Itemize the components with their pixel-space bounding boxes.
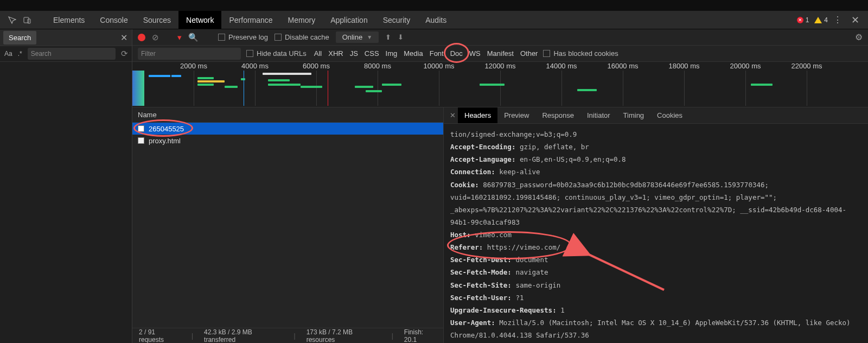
waterfall-tick: 10000 ms	[423, 62, 454, 70]
status-requests: 2 / 91 requests	[139, 328, 181, 344]
tab-audits[interactable]: Audits	[418, 11, 454, 29]
warning-count-badge[interactable]: 4	[814, 16, 828, 24]
file-icon	[138, 125, 144, 132]
network-status-bar: 2 / 91 requests| 42.3 kB / 2.9 MB transf…	[132, 328, 443, 343]
header-sec-fetch-user: Sec-Fetch-User: ?1	[450, 291, 861, 304]
type-js[interactable]: JS	[350, 49, 358, 58]
header-cookie: Cookie: 86879783_password=0b02a3aa9c6b12…	[450, 179, 861, 229]
search-toggle-icon[interactable]: 🔍	[188, 33, 199, 42]
chevron-down-icon: ▼	[367, 34, 372, 40]
close-devtools-icon[interactable]: ✕	[848, 14, 863, 26]
settings-icon[interactable]: ⚙	[855, 32, 863, 42]
inspect-icon[interactable]	[4, 11, 20, 29]
network-overview[interactable]: 2000 ms4000 ms6000 ms8000 ms10000 ms1200…	[132, 62, 868, 107]
tab-sources[interactable]: Sources	[136, 11, 178, 29]
has-blocked-label: Has blocked cookies	[553, 49, 618, 58]
tab-console[interactable]: Console	[92, 11, 135, 29]
header-upgrade-insecure: Upgrade-Insecure-Requests: 1	[450, 304, 861, 316]
waterfall-tick: 4000 ms	[241, 62, 269, 70]
type-ws[interactable]: WS	[469, 49, 481, 58]
checkbox-icon	[543, 50, 550, 57]
network-panel: ⊘ ▾ 🔍 Preserve log Disable cache Online …	[132, 29, 868, 343]
regex-toggle[interactable]: .*	[18, 50, 22, 58]
tab-cookies[interactable]: Cookies	[650, 107, 689, 123]
device-toolbar-icon[interactable]	[20, 11, 35, 29]
main-tabs: Elements Console Sources Network Perform…	[0, 11, 868, 29]
type-img[interactable]: Img	[386, 49, 398, 58]
match-case-toggle[interactable]: Aa	[4, 50, 12, 58]
header-user-agent: User-Agent: Mozilla/5.0 (Macintosh; Inte…	[450, 316, 861, 341]
preserve-log-checkbox[interactable]: Preserve log	[218, 33, 268, 41]
tab-performance[interactable]: Performance	[221, 11, 280, 29]
tab-network[interactable]: Network	[178, 11, 221, 29]
disable-cache-checkbox[interactable]: Disable cache	[275, 33, 329, 41]
header-sec-fetch-site: Sec-Fetch-Site: same-origin	[450, 279, 861, 291]
type-media[interactable]: Media	[404, 49, 423, 58]
close-search-icon[interactable]: ✕	[120, 33, 127, 43]
more-menu-icon[interactable]: ⋮	[833, 15, 843, 25]
type-all[interactable]: All	[314, 49, 322, 58]
type-other[interactable]: Other	[520, 49, 538, 58]
request-list: Name 265045525 proxy.html 2 / 91 request…	[132, 107, 444, 343]
throttling-select[interactable]: Online ▼	[336, 31, 379, 43]
record-button[interactable]	[138, 34, 145, 41]
header-connection: Connection: keep-alive	[450, 166, 861, 178]
header-line: tion/signed-exchange;v=b3;q=0.9	[450, 128, 861, 141]
refresh-icon[interactable]: ⟳	[121, 49, 128, 59]
header-host: Host: vimeo.com	[450, 228, 861, 241]
filter-input[interactable]	[138, 48, 241, 60]
tab-elements[interactable]: Elements	[46, 11, 92, 29]
waterfall-tick: 22000 ms	[791, 62, 822, 70]
svg-rect-0	[24, 17, 29, 23]
waterfall-tick: 20000 ms	[730, 62, 761, 70]
waterfall-tick: 2000 ms	[180, 62, 207, 70]
type-font[interactable]: Font	[430, 49, 444, 58]
tab-initiator[interactable]: Initiator	[580, 107, 617, 123]
network-filter-bar: Hide data URLs All XHR JS CSS Img Media …	[132, 46, 868, 62]
type-xhr[interactable]: XHR	[328, 49, 343, 58]
search-input[interactable]	[28, 48, 116, 60]
hide-data-urls-label: Hide data URLs	[257, 49, 307, 58]
warning-count: 4	[824, 16, 828, 24]
checkbox-icon	[218, 34, 225, 41]
disable-cache-label: Disable cache	[285, 33, 329, 41]
has-blocked-cookies-checkbox[interactable]: Has blocked cookies	[543, 49, 618, 58]
column-header-name[interactable]: Name	[132, 107, 443, 123]
throttling-value: Online	[342, 33, 363, 41]
waterfall-tick: 8000 ms	[364, 62, 391, 70]
tab-memory[interactable]: Memory	[280, 11, 323, 29]
close-details-icon[interactable]: ✕	[447, 111, 458, 119]
tab-preview[interactable]: Preview	[497, 107, 535, 123]
waterfall-tick: 16000 ms	[607, 62, 638, 70]
checkbox-icon	[275, 34, 282, 41]
type-filter-group: All XHR JS CSS Img Media Font Doc WS Man…	[314, 49, 538, 58]
checkbox-icon	[246, 50, 253, 57]
request-row[interactable]: proxy.html	[132, 135, 443, 147]
error-count-badge[interactable]: ✕ 1	[797, 16, 809, 24]
request-details: ✕ Headers Preview Response Initiator Tim…	[444, 107, 868, 343]
waterfall-tick: 12000 ms	[484, 62, 515, 70]
filter-toggle-icon[interactable]: ▾	[177, 33, 182, 42]
request-row-selected[interactable]: 265045525	[132, 123, 443, 135]
headers-body: tion/signed-exchange;v=b3;q=0.9 Accept-E…	[444, 124, 868, 343]
warning-icon	[814, 17, 822, 23]
tab-response[interactable]: Response	[535, 107, 580, 123]
export-har-icon[interactable]: ⬇	[398, 33, 404, 41]
tab-security[interactable]: Security	[375, 11, 418, 29]
hide-data-urls-checkbox[interactable]: Hide data URLs	[246, 49, 307, 58]
type-css[interactable]: CSS	[365, 49, 379, 58]
type-doc[interactable]: Doc	[450, 49, 463, 58]
request-name: 265045525	[149, 125, 184, 133]
tab-timing[interactable]: Timing	[617, 107, 651, 123]
status-finish: Finish: 20.1	[404, 328, 437, 344]
network-toolbar: ⊘ ▾ 🔍 Preserve log Disable cache Online …	[132, 29, 868, 46]
import-har-icon[interactable]: ⬆	[385, 33, 391, 41]
header-referer: Referer: https://vimeo.com/	[450, 241, 861, 253]
search-drawer-title: Search	[3, 31, 36, 45]
detail-tabs: ✕ Headers Preview Response Initiator Tim…	[444, 107, 868, 124]
tab-headers[interactable]: Headers	[458, 107, 497, 123]
tab-application[interactable]: Application	[323, 11, 375, 29]
clear-icon[interactable]: ⊘	[152, 33, 159, 42]
status-resources: 173 kB / 7.2 MB resources	[307, 328, 381, 344]
type-manifest[interactable]: Manifest	[487, 49, 514, 58]
